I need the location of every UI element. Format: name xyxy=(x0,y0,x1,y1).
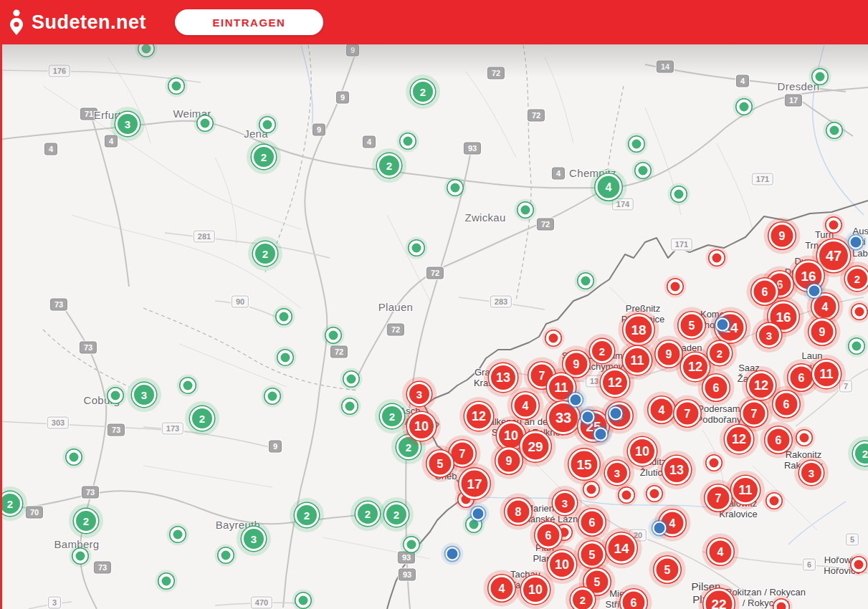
red-cluster-marker[interactable]: 5 xyxy=(679,312,705,339)
green-cluster-marker[interactable]: 2 xyxy=(295,503,319,527)
red-cluster-marker[interactable]: 13 xyxy=(662,456,691,484)
red-cluster-marker[interactable]: 11 xyxy=(731,476,760,504)
red-cluster-marker[interactable]: 3 xyxy=(799,461,824,485)
red-cluster-marker[interactable]: 18 xyxy=(624,315,654,345)
green-marker-dot[interactable] xyxy=(849,339,864,354)
green-marker-dot[interactable] xyxy=(73,549,88,564)
red-cluster-marker[interactable]: 7 xyxy=(741,401,768,427)
red-cluster-marker[interactable]: 11 xyxy=(623,346,652,375)
green-marker-dot[interactable] xyxy=(260,118,275,133)
red-cluster-marker[interactable]: 6 xyxy=(703,375,730,401)
red-cluster-marker[interactable]: 10 xyxy=(407,412,436,441)
green-marker-dot[interactable] xyxy=(401,134,416,149)
red-cluster-marker[interactable]: 12 xyxy=(464,402,493,431)
green-cluster-marker[interactable]: 3 xyxy=(115,112,140,136)
green-marker-dot[interactable] xyxy=(404,537,419,552)
red-cluster-marker[interactable]: 6 xyxy=(535,522,562,549)
red-cluster-marker[interactable]: 4 xyxy=(707,539,734,565)
brand-logo[interactable]: Sudeten.net xyxy=(9,9,146,36)
green-cluster-marker[interactable]: 2 xyxy=(411,80,435,104)
green-marker-dot[interactable] xyxy=(343,399,358,414)
green-marker-dot[interactable] xyxy=(672,187,687,202)
green-marker-dot[interactable] xyxy=(326,328,341,343)
red-cluster-marker[interactable]: 10 xyxy=(548,550,576,579)
green-cluster-marker[interactable]: 4 xyxy=(596,174,622,201)
red-marker-dot[interactable] xyxy=(710,251,725,266)
red-cluster-marker[interactable]: 5 xyxy=(654,557,681,583)
red-cluster-marker[interactable]: 9 xyxy=(809,319,836,345)
green-marker-dot[interactable] xyxy=(636,163,651,178)
red-cluster-marker[interactable]: 6 xyxy=(788,365,815,391)
green-cluster-marker[interactable]: 2 xyxy=(74,509,98,533)
green-marker-dot[interactable] xyxy=(198,116,213,131)
green-marker-dot[interactable] xyxy=(159,574,174,589)
red-cluster-marker[interactable]: 29 xyxy=(520,431,551,462)
red-cluster-marker[interactable]: 3 xyxy=(605,461,629,485)
red-cluster-marker[interactable]: 47 xyxy=(817,239,850,272)
red-cluster-marker[interactable]: 12 xyxy=(681,353,710,381)
red-cluster-marker[interactable]: 11 xyxy=(812,360,841,388)
green-marker-dot[interactable] xyxy=(296,593,311,608)
red-cluster-marker[interactable]: 10 xyxy=(628,437,657,466)
red-cluster-marker[interactable]: 15 xyxy=(569,449,600,480)
red-marker-dot[interactable] xyxy=(774,600,789,609)
red-marker-dot[interactable] xyxy=(619,488,634,503)
red-marker-dot[interactable] xyxy=(797,431,812,446)
red-cluster-marker[interactable]: 9 xyxy=(563,351,590,378)
red-cluster-marker[interactable]: 9 xyxy=(496,448,523,474)
green-marker-dot[interactable] xyxy=(278,350,293,365)
green-marker-dot[interactable] xyxy=(169,79,184,94)
blue-poi-dot[interactable] xyxy=(808,284,821,298)
green-cluster-marker[interactable]: 2 xyxy=(384,502,409,527)
green-cluster-marker[interactable]: 2 xyxy=(356,502,380,526)
blue-poi-dot[interactable] xyxy=(594,428,608,441)
red-marker-dot[interactable] xyxy=(826,218,841,233)
red-cluster-marker[interactable]: 5 xyxy=(427,451,454,477)
green-marker-dot[interactable] xyxy=(578,274,593,289)
map-canvas[interactable]: 1767144999281727293447214417171174171739… xyxy=(0,0,868,609)
red-marker-dot[interactable] xyxy=(584,482,599,497)
red-cluster-marker[interactable]: 10 xyxy=(521,575,550,604)
red-marker-dot[interactable] xyxy=(852,304,867,320)
red-marker-dot[interactable] xyxy=(852,557,867,572)
green-marker-dot[interactable] xyxy=(344,372,359,387)
green-marker-dot[interactable] xyxy=(265,389,280,404)
green-marker-dot[interactable] xyxy=(827,123,842,138)
red-cluster-marker[interactable]: 9 xyxy=(769,223,796,249)
red-cluster-marker[interactable]: 6 xyxy=(752,279,778,305)
green-marker-dot[interactable] xyxy=(737,100,752,115)
red-marker-dot[interactable] xyxy=(707,456,722,471)
blue-poi-dot[interactable] xyxy=(472,507,485,521)
red-cluster-marker[interactable]: 2 xyxy=(707,341,732,365)
red-cluster-marker[interactable]: 6 xyxy=(766,427,792,454)
red-cluster-marker[interactable]: 4 xyxy=(489,575,515,602)
blue-poi-dot[interactable] xyxy=(716,318,730,332)
red-marker-dot[interactable] xyxy=(668,279,683,294)
blue-poi-dot[interactable] xyxy=(609,407,623,421)
green-cluster-marker[interactable]: 2 xyxy=(190,406,214,431)
red-cluster-marker[interactable]: 2 xyxy=(845,267,868,291)
green-marker-dot[interactable] xyxy=(448,181,463,196)
green-cluster-marker[interactable]: 2 xyxy=(253,241,277,266)
red-cluster-marker[interactable]: 9 xyxy=(656,341,682,368)
red-marker-dot[interactable] xyxy=(546,331,561,346)
red-cluster-marker[interactable]: 5 xyxy=(579,542,606,568)
blue-poi-dot[interactable] xyxy=(569,393,583,407)
red-cluster-marker[interactable]: 8 xyxy=(505,499,532,525)
green-marker-dot[interactable] xyxy=(171,527,186,542)
red-cluster-marker[interactable]: 4 xyxy=(512,393,539,419)
green-marker-dot[interactable] xyxy=(67,450,82,465)
red-cluster-marker[interactable]: 6 xyxy=(773,391,800,418)
red-cluster-marker[interactable]: 7 xyxy=(705,485,732,512)
red-cluster-marker[interactable]: 2 xyxy=(590,339,614,363)
green-cluster-marker[interactable]: 3 xyxy=(242,527,266,551)
red-cluster-marker[interactable]: 3 xyxy=(757,323,781,347)
green-cluster-marker[interactable]: 2 xyxy=(377,153,401,178)
red-cluster-marker[interactable]: 2 xyxy=(571,588,595,609)
eintragen-button[interactable]: EINTRAGEN xyxy=(175,9,323,35)
red-cluster-marker[interactable]: 12 xyxy=(747,371,776,400)
red-cluster-marker[interactable]: 6 xyxy=(579,509,606,536)
green-marker-dot[interactable] xyxy=(409,241,424,256)
red-cluster-marker[interactable]: 4 xyxy=(649,397,675,423)
green-cluster-marker[interactable]: 2 xyxy=(380,404,404,428)
